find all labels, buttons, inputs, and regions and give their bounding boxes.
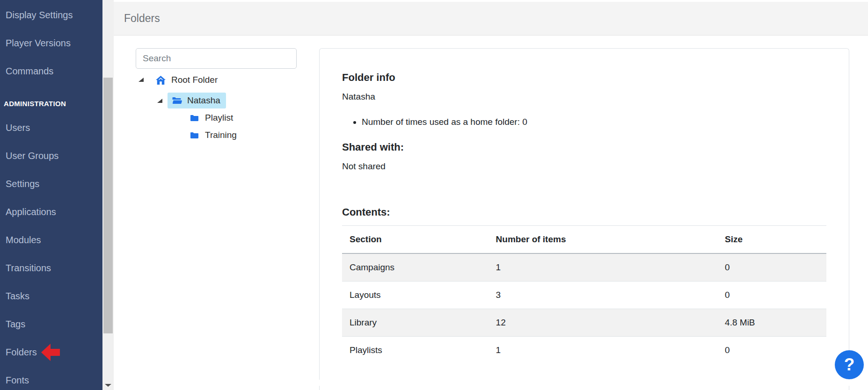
cell-size: 0 <box>717 282 826 309</box>
sidebar-item-label: Settings <box>6 179 39 189</box>
sidebar-section-administration: ADMINISTRATION <box>0 94 102 113</box>
cell-section: Campaigns <box>342 253 489 282</box>
next-panel-border <box>319 386 320 390</box>
sidebar-item-commands[interactable]: Commands <box>0 57 102 85</box>
sidebar-item-label: Commands <box>6 66 53 77</box>
tree-node-label: Natasha <box>187 95 220 106</box>
cell-size: 0 <box>717 253 826 282</box>
folder-name: Natasha <box>342 91 826 102</box>
sidebar: Display Settings Player Versions Command… <box>0 0 102 390</box>
home-folder-usage: Number of times used as a home folder: 0 <box>362 116 826 128</box>
table-row: Layouts 3 0 <box>342 282 826 309</box>
next-panel-border <box>849 386 849 390</box>
cell-items: 3 <box>489 282 718 309</box>
sidebar-item-applications[interactable]: Applications <box>0 198 102 226</box>
column-header-section: Section <box>342 226 489 254</box>
sidebar-item-tasks[interactable]: Tasks <box>0 282 102 310</box>
sidebar-item-label: Tasks <box>6 291 29 302</box>
chevron-down-icon[interactable] <box>105 384 111 387</box>
shared-with-heading: Shared with: <box>342 141 826 153</box>
sidebar-item-tags[interactable]: Tags <box>0 310 102 338</box>
home-icon <box>156 76 166 85</box>
column-header-size: Size <box>717 226 826 254</box>
help-button[interactable]: ? <box>835 350 864 379</box>
sidebar-item-label: Applications <box>6 207 56 217</box>
folder-icon <box>190 131 199 139</box>
sidebar-item-player-versions[interactable]: Player Versions <box>0 29 102 57</box>
cell-section: Layouts <box>342 282 489 309</box>
cell-size: 4.8 MiB <box>717 309 826 337</box>
contents-heading: Contents: <box>342 206 826 218</box>
cell-items: 1 <box>489 253 718 282</box>
table-header-row: Section Number of items Size <box>342 226 826 254</box>
sidebar-item-label: Folders <box>6 347 37 358</box>
folder-icon <box>190 114 199 122</box>
tree-node-label: Root Folder <box>171 75 218 85</box>
sidebar-item-modules[interactable]: Modules <box>0 226 102 254</box>
sidebar-item-label: Transitions <box>6 263 51 274</box>
folder-open-icon <box>172 97 182 105</box>
shared-with-value: Not shared <box>342 161 826 172</box>
sidebar-item-label: Fonts <box>6 375 29 386</box>
table-row: Campaigns 1 0 <box>342 253 826 282</box>
tree-node-child[interactable]: Training <box>190 129 237 141</box>
folder-info-panel: Folder info Natasha Number of times used… <box>319 48 849 380</box>
sidebar-item-users[interactable]: Users <box>0 114 102 142</box>
sidebar-item-label: User Groups <box>6 151 58 161</box>
tree-node-child[interactable]: Playlist <box>190 112 233 124</box>
tree-node-label: Playlist <box>205 113 233 123</box>
search-input[interactable] <box>136 48 297 69</box>
sidebar-item-label: Users <box>6 123 30 133</box>
cell-items: 1 <box>489 337 718 364</box>
sidebar-item-label: Tags <box>6 319 25 330</box>
sidebar-scrollbar-thumb[interactable] <box>103 78 113 333</box>
sidebar-item-display-settings[interactable]: Display Settings <box>0 1 102 29</box>
tree-node-label: Training <box>205 130 237 140</box>
question-icon: ? <box>844 355 855 375</box>
page-header: Folders <box>114 2 868 36</box>
cell-items: 12 <box>489 309 718 337</box>
column-header-number-of-items: Number of items <box>489 226 718 254</box>
sidebar-item-settings[interactable]: Settings <box>0 170 102 198</box>
folder-stats-list: Number of times used as a home folder: 0 <box>342 116 826 128</box>
sidebar-item-fonts[interactable]: Fonts <box>0 366 102 390</box>
sidebar-item-transitions[interactable]: Transitions <box>0 254 102 282</box>
sidebar-scrollbar-track[interactable] <box>102 0 114 390</box>
red-left-arrow-icon <box>41 344 60 361</box>
sidebar-item-label: Player Versions <box>6 38 71 49</box>
cell-section: Playlists <box>342 337 489 364</box>
table-row: Library 12 4.8 MiB <box>342 309 826 337</box>
cell-section: Library <box>342 309 489 337</box>
sidebar-item-user-groups[interactable]: User Groups <box>0 142 102 170</box>
sidebar-item-label: Display Settings <box>6 10 73 21</box>
tree-node-selected[interactable]: Natasha <box>168 93 226 108</box>
table-row: Playlists 1 0 <box>342 337 826 364</box>
sidebar-item-label: Modules <box>6 235 41 246</box>
panel-title: Folder info <box>342 71 826 84</box>
contents-table: Section Number of items Size Campaigns 1… <box>342 225 826 364</box>
tree-node-root[interactable]: Root Folder <box>156 74 218 86</box>
page-title: Folders <box>124 12 160 25</box>
cell-size: 0 <box>717 337 826 364</box>
